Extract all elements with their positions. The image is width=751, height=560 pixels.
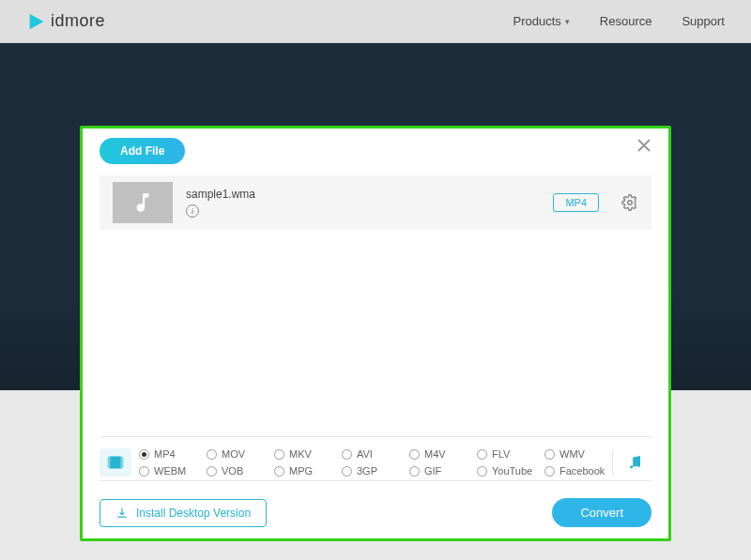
nav-support[interactable]: Support xyxy=(682,14,725,28)
format-mov[interactable]: MOV xyxy=(207,448,270,460)
format-avi[interactable]: AVI xyxy=(342,448,406,460)
file-name: sample1.wma xyxy=(186,188,255,201)
format-vob[interactable]: VOB xyxy=(207,465,270,477)
install-desktop-label: Install Desktop Version xyxy=(136,507,251,520)
brand-logo[interactable]: idmore xyxy=(26,11,105,32)
nav-resource[interactable]: Resource xyxy=(600,14,652,28)
install-desktop-button[interactable]: Install Desktop Version xyxy=(100,499,267,527)
music-icon xyxy=(626,452,644,473)
brand-text: idmore xyxy=(51,11,105,31)
file-row: sample1.wma i MP4 xyxy=(100,175,651,230)
format-youtube[interactable]: YouTube xyxy=(477,465,541,477)
format-facebook[interactable]: Facebook xyxy=(544,465,608,477)
divider xyxy=(100,480,651,481)
format-mp4[interactable]: MP4 xyxy=(139,448,203,460)
add-file-button[interactable]: Add File xyxy=(100,138,185,164)
file-thumbnail xyxy=(113,182,173,223)
convert-button[interactable]: Convert xyxy=(552,498,651,527)
format-selector: MP4 MOV MKV AVI M4V FLV WMV WEBM VOB MPG… xyxy=(100,445,651,480)
svg-point-6 xyxy=(637,464,640,467)
format-webm[interactable]: WEBM xyxy=(139,465,203,477)
play-logo-icon xyxy=(26,11,47,32)
video-category-icon[interactable] xyxy=(100,448,131,477)
format-gif[interactable]: GIF xyxy=(409,465,473,477)
gear-icon[interactable] xyxy=(621,194,638,211)
download-icon xyxy=(115,507,129,520)
format-flv[interactable]: FLV xyxy=(477,448,541,460)
chevron-down-icon: ▾ xyxy=(565,17,570,26)
info-icon[interactable]: i xyxy=(186,204,199,218)
divider xyxy=(100,436,651,437)
format-3gp[interactable]: 3GP xyxy=(342,465,406,477)
format-wmv[interactable]: WMV xyxy=(544,448,608,460)
film-icon xyxy=(105,452,126,473)
top-navbar: idmore Products ▾ Resource Support xyxy=(0,0,751,43)
close-icon[interactable] xyxy=(636,138,651,153)
svg-point-1 xyxy=(628,201,633,205)
svg-rect-4 xyxy=(121,457,124,469)
format-m4v[interactable]: M4V xyxy=(409,448,473,460)
svg-point-5 xyxy=(630,465,633,468)
music-note-icon xyxy=(130,190,155,215)
format-mpg[interactable]: MPG xyxy=(274,465,338,477)
nav-products[interactable]: Products ▾ xyxy=(513,14,570,28)
converter-modal: Add File sample1.wma i MP4 MP4 MOV MKV A… xyxy=(80,126,671,541)
svg-rect-3 xyxy=(108,457,111,469)
nav-products-label: Products xyxy=(513,14,561,28)
format-mkv[interactable]: MKV xyxy=(274,448,338,460)
output-format-badge[interactable]: MP4 xyxy=(553,193,599,212)
audio-category-icon[interactable] xyxy=(612,448,644,477)
